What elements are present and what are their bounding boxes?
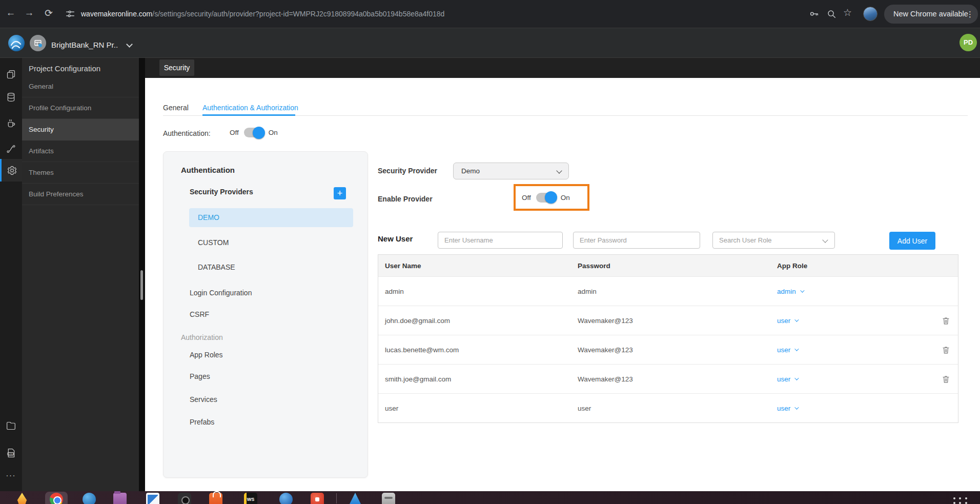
chrome-update-button[interactable]: New Chrome available ⋮: [884, 5, 978, 24]
security-page-tab[interactable]: Security: [159, 59, 194, 76]
browser-menu-icon[interactable]: ⋮: [966, 5, 974, 24]
security-settings-page: Security General Authentication & Author…: [145, 58, 980, 491]
sidebar-item-artifacts[interactable]: Artifacts: [22, 140, 139, 162]
delete-user-trash-icon[interactable]: [941, 315, 951, 326]
nav-item-prefabs[interactable]: Prefabs: [190, 418, 214, 426]
user-avatar[interactable]: PD: [959, 34, 977, 51]
role-dropdown[interactable]: user: [777, 346, 940, 354]
table-row: lucas.benette@wm.com Wavemaker@123 user: [378, 335, 958, 364]
authentication-on-label: On: [269, 129, 278, 136]
nav-item-pages[interactable]: Pages: [190, 372, 210, 380]
apps-grid-icon[interactable]: [953, 497, 969, 504]
nav-item-csrf[interactable]: CSRF: [190, 310, 209, 318]
url-bar[interactable]: wavemakeronline.com/s/settings/security/…: [81, 10, 444, 18]
sidebar-item-profile-configuration[interactable]: Profile Configuration: [22, 97, 139, 119]
pages-icon[interactable]: [0, 63, 22, 86]
red-app-icon[interactable]: [311, 493, 324, 504]
sidebar-item-build-preferences[interactable]: Build Preferences: [22, 184, 139, 205]
files-folder-icon[interactable]: [113, 493, 127, 504]
table-row: user user user: [378, 393, 958, 422]
security-provider-value: Demo: [461, 167, 480, 175]
wavemaker-toolbar: BrightBank_RN Pr... ▷ PD: [0, 28, 980, 58]
scrollbar-thumb[interactable]: [140, 270, 143, 300]
site-info-icon[interactable]: [65, 8, 76, 19]
chevron-down-icon: [794, 405, 799, 409]
camera-app-icon[interactable]: [178, 493, 191, 504]
new-user-role-select[interactable]: Search User Role: [712, 232, 835, 249]
select-chevron-icon: [822, 237, 828, 243]
chrome-update-label: New Chrome available: [893, 10, 968, 18]
apis-icon[interactable]: [0, 137, 22, 160]
more-options-icon[interactable]: ...: [0, 469, 22, 478]
password-key-icon[interactable]: [808, 8, 820, 19]
project-switcher-chevron-icon[interactable]: [126, 41, 133, 48]
role-dropdown[interactable]: user: [777, 317, 940, 325]
new-user-username-input[interactable]: [438, 232, 563, 249]
database-icon[interactable]: [0, 86, 22, 108]
select-chevron-icon: [556, 168, 562, 173]
chevron-down-icon: [794, 347, 799, 351]
column-app-role: App Role: [777, 262, 940, 270]
users-table: User Name Password App Role admin admin …: [378, 254, 958, 423]
java-services-icon[interactable]: [0, 112, 22, 134]
provider-item-demo[interactable]: DEMO: [189, 208, 353, 227]
role-dropdown[interactable]: admin: [777, 288, 940, 295]
reload-icon[interactable]: ⟳: [42, 7, 55, 19]
chrome-icon[interactable]: [50, 493, 63, 504]
enable-provider-highlight-box: Off On: [514, 184, 589, 211]
settings-gear-icon[interactable]: [0, 159, 22, 182]
left-rail: LOG ...: [0, 58, 22, 491]
back-icon[interactable]: ←: [4, 7, 17, 18]
tab-authentication-authorization[interactable]: Authentication & Authorization: [202, 104, 298, 112]
sidebar-item-general[interactable]: General: [22, 76, 139, 97]
cell-username: smith.joe@gmail.com: [385, 375, 578, 383]
delete-user-trash-icon[interactable]: [941, 345, 951, 355]
security-providers-label: Security Providers: [190, 188, 253, 196]
security-provider-select[interactable]: Demo: [453, 163, 569, 179]
project-avatar[interactable]: [30, 35, 46, 51]
column-password: Password: [578, 262, 777, 270]
forward-icon[interactable]: →: [23, 7, 36, 18]
logs-icon[interactable]: LOG: [0, 441, 22, 464]
cell-username: user: [385, 405, 578, 412]
provider-item-custom[interactable]: CUSTOM: [198, 238, 229, 247]
tab-general[interactable]: General: [163, 104, 189, 112]
blue-sphere-app-icon[interactable]: [279, 493, 293, 504]
nav-item-app-roles[interactable]: App Roles: [190, 351, 223, 359]
desktop-taskbar: WS: [0, 491, 980, 504]
role-dropdown[interactable]: user: [777, 405, 940, 412]
writer-icon[interactable]: [146, 493, 159, 504]
enable-provider-toggle[interactable]: [536, 193, 556, 203]
thunderbird-icon[interactable]: [83, 493, 96, 504]
archive-app-icon[interactable]: [382, 493, 395, 504]
enable-provider-off-label: Off: [522, 194, 531, 201]
users-table-header: User Name Password App Role: [378, 255, 958, 276]
provider-item-database[interactable]: DATABASE: [198, 263, 235, 271]
cell-password: user: [578, 405, 777, 412]
nav-item-login-configuration[interactable]: Login Configuration: [190, 289, 252, 297]
authentication-toggle[interactable]: [244, 128, 263, 137]
sidebar-item-themes[interactable]: Themes: [22, 162, 139, 184]
project-name[interactable]: BrightBank_RN Pr...: [51, 41, 118, 49]
bookmark-star-icon[interactable]: ☆: [843, 7, 852, 18]
nav-item-services[interactable]: Services: [190, 395, 217, 404]
toggle-knob: [253, 127, 265, 139]
add-provider-button[interactable]: +: [334, 187, 346, 199]
enable-provider-on-label: On: [561, 194, 570, 201]
ws-app-icon[interactable]: WS: [244, 493, 257, 504]
delete-user-trash-icon[interactable]: [941, 374, 951, 385]
add-user-button[interactable]: Add User: [889, 232, 935, 250]
column-user-name: User Name: [385, 262, 578, 270]
role-dropdown[interactable]: user: [777, 375, 940, 383]
wavemaker-logo[interactable]: [8, 35, 25, 51]
flame-app-icon[interactable]: [15, 493, 29, 504]
file-explorer-folder-icon[interactable]: [0, 414, 22, 437]
zoom-icon[interactable]: [826, 8, 837, 19]
screen: ← → ⟳ wavemakeronline.com/s/settings/sec…: [0, 0, 980, 504]
new-user-password-input[interactable]: [573, 232, 700, 249]
software-store-icon[interactable]: [209, 493, 222, 504]
browser-profile-avatar[interactable]: [863, 7, 877, 21]
settings-sidebar: Project Configuration General Profile Co…: [22, 58, 139, 491]
sidebar-item-security[interactable]: Security: [22, 119, 139, 140]
blue-triangle-app-icon[interactable]: [349, 493, 362, 504]
